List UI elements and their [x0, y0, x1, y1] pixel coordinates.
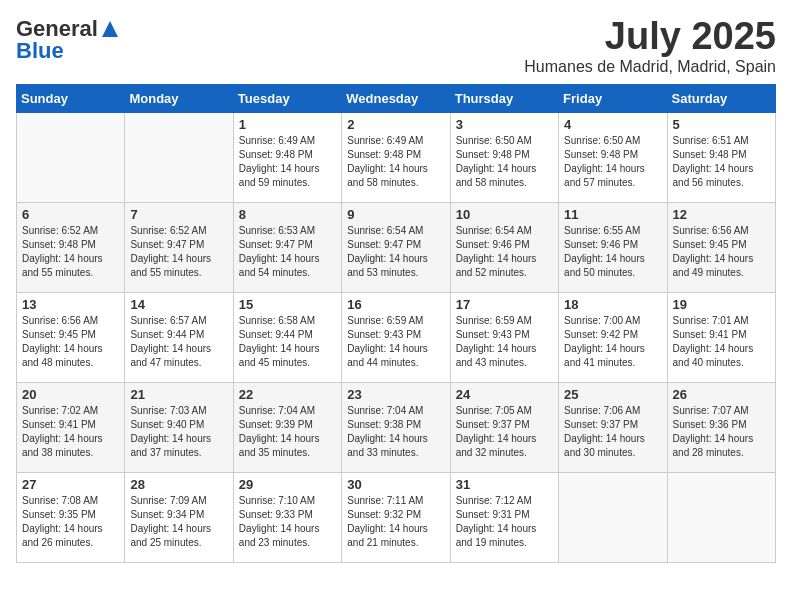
day-number: 17	[456, 297, 553, 312]
day-info: Sunrise: 6:54 AMSunset: 9:47 PMDaylight:…	[347, 225, 428, 278]
calendar-cell: 7 Sunrise: 6:52 AMSunset: 9:47 PMDayligh…	[125, 202, 233, 292]
calendar-cell: 29 Sunrise: 7:10 AMSunset: 9:33 PMDaylig…	[233, 472, 341, 562]
calendar-cell: 20 Sunrise: 7:02 AMSunset: 9:41 PMDaylig…	[17, 382, 125, 472]
calendar-cell: 15 Sunrise: 6:58 AMSunset: 9:44 PMDaylig…	[233, 292, 341, 382]
calendar-cell: 16 Sunrise: 6:59 AMSunset: 9:43 PMDaylig…	[342, 292, 450, 382]
day-info: Sunrise: 6:49 AMSunset: 9:48 PMDaylight:…	[239, 135, 320, 188]
title-area: July 2025 Humanes de Madrid, Madrid, Spa…	[524, 16, 776, 76]
calendar-cell: 2 Sunrise: 6:49 AMSunset: 9:48 PMDayligh…	[342, 112, 450, 202]
calendar-cell: 19 Sunrise: 7:01 AMSunset: 9:41 PMDaylig…	[667, 292, 775, 382]
weekday-header: Thursday	[450, 84, 558, 112]
calendar-cell: 24 Sunrise: 7:05 AMSunset: 9:37 PMDaylig…	[450, 382, 558, 472]
location-title: Humanes de Madrid, Madrid, Spain	[524, 58, 776, 76]
day-number: 3	[456, 117, 553, 132]
day-info: Sunrise: 7:00 AMSunset: 9:42 PMDaylight:…	[564, 315, 645, 368]
day-info: Sunrise: 7:12 AMSunset: 9:31 PMDaylight:…	[456, 495, 537, 548]
day-number: 11	[564, 207, 661, 222]
calendar-week-row: 1 Sunrise: 6:49 AMSunset: 9:48 PMDayligh…	[17, 112, 776, 202]
day-number: 2	[347, 117, 444, 132]
day-number: 28	[130, 477, 227, 492]
calendar-week-row: 27 Sunrise: 7:08 AMSunset: 9:35 PMDaylig…	[17, 472, 776, 562]
calendar-week-row: 6 Sunrise: 6:52 AMSunset: 9:48 PMDayligh…	[17, 202, 776, 292]
calendar-cell: 28 Sunrise: 7:09 AMSunset: 9:34 PMDaylig…	[125, 472, 233, 562]
day-info: Sunrise: 7:09 AMSunset: 9:34 PMDaylight:…	[130, 495, 211, 548]
day-info: Sunrise: 6:52 AMSunset: 9:48 PMDaylight:…	[22, 225, 103, 278]
day-number: 21	[130, 387, 227, 402]
calendar-cell: 23 Sunrise: 7:04 AMSunset: 9:38 PMDaylig…	[342, 382, 450, 472]
day-info: Sunrise: 6:56 AMSunset: 9:45 PMDaylight:…	[673, 225, 754, 278]
calendar-cell: 1 Sunrise: 6:49 AMSunset: 9:48 PMDayligh…	[233, 112, 341, 202]
day-number: 20	[22, 387, 119, 402]
day-info: Sunrise: 6:59 AMSunset: 9:43 PMDaylight:…	[456, 315, 537, 368]
day-number: 14	[130, 297, 227, 312]
day-info: Sunrise: 6:50 AMSunset: 9:48 PMDaylight:…	[456, 135, 537, 188]
day-number: 15	[239, 297, 336, 312]
day-info: Sunrise: 6:49 AMSunset: 9:48 PMDaylight:…	[347, 135, 428, 188]
calendar-cell: 11 Sunrise: 6:55 AMSunset: 9:46 PMDaylig…	[559, 202, 667, 292]
calendar-week-row: 13 Sunrise: 6:56 AMSunset: 9:45 PMDaylig…	[17, 292, 776, 382]
day-info: Sunrise: 6:58 AMSunset: 9:44 PMDaylight:…	[239, 315, 320, 368]
calendar-cell: 14 Sunrise: 6:57 AMSunset: 9:44 PMDaylig…	[125, 292, 233, 382]
day-number: 5	[673, 117, 770, 132]
day-number: 9	[347, 207, 444, 222]
calendar-cell: 22 Sunrise: 7:04 AMSunset: 9:39 PMDaylig…	[233, 382, 341, 472]
day-number: 16	[347, 297, 444, 312]
day-number: 18	[564, 297, 661, 312]
day-number: 29	[239, 477, 336, 492]
calendar-cell: 10 Sunrise: 6:54 AMSunset: 9:46 PMDaylig…	[450, 202, 558, 292]
day-number: 13	[22, 297, 119, 312]
day-number: 4	[564, 117, 661, 132]
logo-icon	[100, 19, 120, 39]
day-number: 27	[22, 477, 119, 492]
day-number: 12	[673, 207, 770, 222]
day-info: Sunrise: 7:08 AMSunset: 9:35 PMDaylight:…	[22, 495, 103, 548]
day-number: 19	[673, 297, 770, 312]
weekday-header: Friday	[559, 84, 667, 112]
calendar-cell: 6 Sunrise: 6:52 AMSunset: 9:48 PMDayligh…	[17, 202, 125, 292]
day-number: 6	[22, 207, 119, 222]
logo: General Blue	[16, 16, 120, 64]
calendar-cell: 21 Sunrise: 7:03 AMSunset: 9:40 PMDaylig…	[125, 382, 233, 472]
calendar-week-row: 20 Sunrise: 7:02 AMSunset: 9:41 PMDaylig…	[17, 382, 776, 472]
calendar-cell: 13 Sunrise: 6:56 AMSunset: 9:45 PMDaylig…	[17, 292, 125, 382]
day-info: Sunrise: 6:54 AMSunset: 9:46 PMDaylight:…	[456, 225, 537, 278]
calendar-cell: 9 Sunrise: 6:54 AMSunset: 9:47 PMDayligh…	[342, 202, 450, 292]
calendar-cell: 17 Sunrise: 6:59 AMSunset: 9:43 PMDaylig…	[450, 292, 558, 382]
logo-blue-text: Blue	[16, 38, 64, 64]
calendar-cell: 25 Sunrise: 7:06 AMSunset: 9:37 PMDaylig…	[559, 382, 667, 472]
day-info: Sunrise: 6:52 AMSunset: 9:47 PMDaylight:…	[130, 225, 211, 278]
calendar-cell: 31 Sunrise: 7:12 AMSunset: 9:31 PMDaylig…	[450, 472, 558, 562]
weekday-header: Monday	[125, 84, 233, 112]
day-info: Sunrise: 6:55 AMSunset: 9:46 PMDaylight:…	[564, 225, 645, 278]
day-number: 24	[456, 387, 553, 402]
calendar-table: SundayMondayTuesdayWednesdayThursdayFrid…	[16, 84, 776, 563]
day-info: Sunrise: 6:51 AMSunset: 9:48 PMDaylight:…	[673, 135, 754, 188]
day-info: Sunrise: 7:03 AMSunset: 9:40 PMDaylight:…	[130, 405, 211, 458]
day-info: Sunrise: 7:05 AMSunset: 9:37 PMDaylight:…	[456, 405, 537, 458]
day-info: Sunrise: 7:02 AMSunset: 9:41 PMDaylight:…	[22, 405, 103, 458]
day-number: 30	[347, 477, 444, 492]
day-info: Sunrise: 6:57 AMSunset: 9:44 PMDaylight:…	[130, 315, 211, 368]
calendar-cell: 3 Sunrise: 6:50 AMSunset: 9:48 PMDayligh…	[450, 112, 558, 202]
calendar-cell	[559, 472, 667, 562]
day-number: 23	[347, 387, 444, 402]
svg-marker-0	[102, 21, 118, 37]
day-number: 10	[456, 207, 553, 222]
calendar-cell	[667, 472, 775, 562]
day-number: 22	[239, 387, 336, 402]
day-info: Sunrise: 7:11 AMSunset: 9:32 PMDaylight:…	[347, 495, 428, 548]
weekday-header: Tuesday	[233, 84, 341, 112]
calendar-cell: 12 Sunrise: 6:56 AMSunset: 9:45 PMDaylig…	[667, 202, 775, 292]
calendar-cell: 30 Sunrise: 7:11 AMSunset: 9:32 PMDaylig…	[342, 472, 450, 562]
calendar-cell: 4 Sunrise: 6:50 AMSunset: 9:48 PMDayligh…	[559, 112, 667, 202]
day-number: 7	[130, 207, 227, 222]
day-info: Sunrise: 7:01 AMSunset: 9:41 PMDaylight:…	[673, 315, 754, 368]
day-number: 8	[239, 207, 336, 222]
calendar-cell	[17, 112, 125, 202]
day-info: Sunrise: 6:59 AMSunset: 9:43 PMDaylight:…	[347, 315, 428, 368]
day-number: 25	[564, 387, 661, 402]
calendar-cell: 26 Sunrise: 7:07 AMSunset: 9:36 PMDaylig…	[667, 382, 775, 472]
calendar-cell: 18 Sunrise: 7:00 AMSunset: 9:42 PMDaylig…	[559, 292, 667, 382]
weekday-header: Wednesday	[342, 84, 450, 112]
day-info: Sunrise: 6:50 AMSunset: 9:48 PMDaylight:…	[564, 135, 645, 188]
